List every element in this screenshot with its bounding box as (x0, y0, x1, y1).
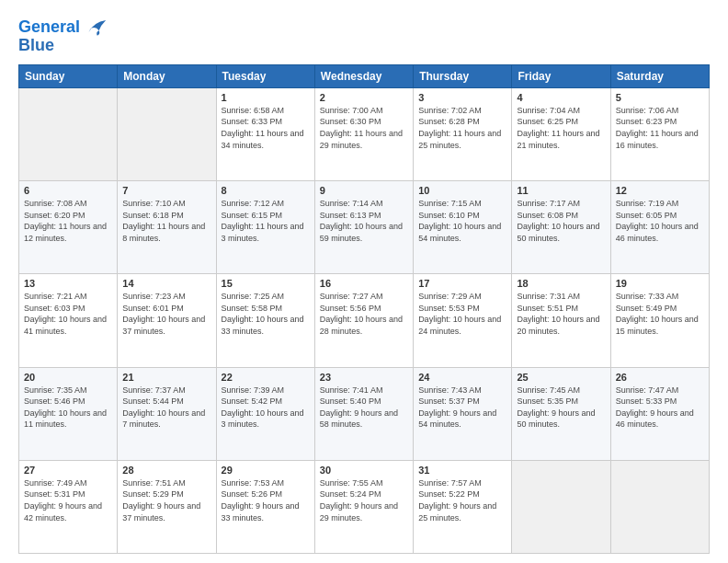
day-number: 22 (222, 372, 310, 383)
day-number: 14 (122, 278, 210, 289)
calendar-cell: 15Sunrise: 7:25 AM Sunset: 5:58 PM Dayli… (216, 274, 314, 367)
calendar-cell: 12Sunrise: 7:19 AM Sunset: 6:05 PM Dayli… (610, 181, 709, 274)
day-number: 3 (418, 92, 506, 103)
calendar-cell: 5Sunrise: 7:06 AM Sunset: 6:23 PM Daylig… (610, 87, 709, 180)
week-row-3: 13Sunrise: 7:21 AM Sunset: 6:03 PM Dayli… (19, 274, 710, 367)
day-number: 16 (320, 278, 408, 289)
calendar-cell: 8Sunrise: 7:12 AM Sunset: 6:15 PM Daylig… (216, 181, 314, 274)
calendar-cell: 25Sunrise: 7:45 AM Sunset: 5:35 PM Dayli… (512, 367, 610, 460)
logo: General Blue (18, 15, 108, 55)
day-info: Sunrise: 7:27 AM Sunset: 5:56 PM Dayligh… (320, 291, 408, 337)
calendar-cell (118, 87, 216, 180)
day-info: Sunrise: 7:49 AM Sunset: 5:31 PM Dayligh… (24, 477, 112, 523)
calendar-cell (610, 460, 709, 553)
calendar-cell: 17Sunrise: 7:29 AM Sunset: 5:53 PM Dayli… (414, 274, 512, 367)
day-info: Sunrise: 7:51 AM Sunset: 5:29 PM Dayligh… (122, 477, 210, 523)
weekday-header-thursday: Thursday (414, 64, 512, 87)
day-info: Sunrise: 7:08 AM Sunset: 6:20 PM Dayligh… (24, 198, 112, 244)
day-info: Sunrise: 7:29 AM Sunset: 5:53 PM Dayligh… (418, 291, 506, 337)
day-info: Sunrise: 6:58 AM Sunset: 6:33 PM Dayligh… (222, 105, 310, 151)
calendar-cell: 9Sunrise: 7:14 AM Sunset: 6:13 PM Daylig… (314, 181, 413, 274)
day-number: 7 (122, 185, 210, 196)
logo-bird-icon (82, 15, 108, 40)
day-number: 5 (616, 92, 704, 103)
day-info: Sunrise: 7:23 AM Sunset: 6:01 PM Dayligh… (122, 291, 210, 337)
weekday-header-friday: Friday (512, 64, 610, 87)
day-number: 2 (320, 92, 408, 103)
day-number: 18 (517, 278, 605, 289)
day-info: Sunrise: 7:21 AM Sunset: 6:03 PM Dayligh… (24, 291, 112, 337)
day-info: Sunrise: 7:43 AM Sunset: 5:37 PM Dayligh… (418, 385, 506, 431)
day-number: 1 (222, 92, 310, 103)
week-row-2: 6Sunrise: 7:08 AM Sunset: 6:20 PM Daylig… (19, 181, 710, 274)
day-info: Sunrise: 7:14 AM Sunset: 6:13 PM Dayligh… (320, 198, 408, 244)
day-number: 11 (517, 185, 605, 196)
day-number: 28 (122, 465, 210, 476)
day-number: 21 (122, 372, 210, 383)
day-info: Sunrise: 7:25 AM Sunset: 5:58 PM Dayligh… (222, 291, 310, 337)
day-info: Sunrise: 7:06 AM Sunset: 6:23 PM Dayligh… (616, 105, 704, 151)
logo-text: General (18, 18, 80, 37)
calendar-cell: 22Sunrise: 7:39 AM Sunset: 5:42 PM Dayli… (216, 367, 314, 460)
day-info: Sunrise: 7:31 AM Sunset: 5:51 PM Dayligh… (517, 291, 605, 337)
day-info: Sunrise: 7:39 AM Sunset: 5:42 PM Dayligh… (222, 385, 310, 431)
day-number: 31 (418, 465, 506, 476)
day-info: Sunrise: 7:47 AM Sunset: 5:33 PM Dayligh… (616, 385, 704, 431)
weekday-header-tuesday: Tuesday (216, 64, 314, 87)
calendar-cell: 18Sunrise: 7:31 AM Sunset: 5:51 PM Dayli… (512, 274, 610, 367)
calendar-cell: 21Sunrise: 7:37 AM Sunset: 5:44 PM Dayli… (118, 367, 216, 460)
calendar-cell: 19Sunrise: 7:33 AM Sunset: 5:49 PM Dayli… (610, 274, 709, 367)
day-info: Sunrise: 7:17 AM Sunset: 6:08 PM Dayligh… (517, 198, 605, 244)
day-number: 23 (320, 372, 408, 383)
calendar-cell: 24Sunrise: 7:43 AM Sunset: 5:37 PM Dayli… (414, 367, 512, 460)
calendar-cell: 3Sunrise: 7:02 AM Sunset: 6:28 PM Daylig… (414, 87, 512, 180)
calendar-cell: 30Sunrise: 7:55 AM Sunset: 5:24 PM Dayli… (314, 460, 413, 553)
day-number: 24 (418, 372, 506, 383)
day-number: 6 (24, 185, 112, 196)
week-row-5: 27Sunrise: 7:49 AM Sunset: 5:31 PM Dayli… (19, 460, 710, 553)
logo-blue: Blue (18, 36, 54, 54)
day-info: Sunrise: 7:55 AM Sunset: 5:24 PM Dayligh… (320, 477, 408, 523)
day-info: Sunrise: 7:10 AM Sunset: 6:18 PM Dayligh… (122, 198, 210, 244)
logo-general: General (18, 17, 80, 36)
header: General Blue (18, 15, 710, 55)
calendar-cell: 11Sunrise: 7:17 AM Sunset: 6:08 PM Dayli… (512, 181, 610, 274)
day-info: Sunrise: 7:41 AM Sunset: 5:40 PM Dayligh… (320, 385, 408, 431)
day-number: 25 (517, 372, 605, 383)
calendar-table: SundayMondayTuesdayWednesdayThursdayFrid… (18, 64, 710, 554)
day-info: Sunrise: 7:37 AM Sunset: 5:44 PM Dayligh… (122, 385, 210, 431)
weekday-header-row: SundayMondayTuesdayWednesdayThursdayFrid… (19, 64, 710, 87)
day-number: 8 (222, 185, 310, 196)
calendar-cell: 4Sunrise: 7:04 AM Sunset: 6:25 PM Daylig… (512, 87, 610, 180)
calendar-cell: 27Sunrise: 7:49 AM Sunset: 5:31 PM Dayli… (19, 460, 118, 553)
calendar-cell: 16Sunrise: 7:27 AM Sunset: 5:56 PM Dayli… (314, 274, 413, 367)
day-number: 20 (24, 372, 112, 383)
day-number: 30 (320, 465, 408, 476)
weekday-header-saturday: Saturday (610, 64, 709, 87)
calendar-cell: 31Sunrise: 7:57 AM Sunset: 5:22 PM Dayli… (414, 460, 512, 553)
calendar-cell: 6Sunrise: 7:08 AM Sunset: 6:20 PM Daylig… (19, 181, 118, 274)
calendar-cell: 10Sunrise: 7:15 AM Sunset: 6:10 PM Dayli… (414, 181, 512, 274)
day-info: Sunrise: 7:02 AM Sunset: 6:28 PM Dayligh… (418, 105, 506, 151)
day-number: 29 (222, 465, 310, 476)
weekday-header-wednesday: Wednesday (314, 64, 413, 87)
calendar-cell: 28Sunrise: 7:51 AM Sunset: 5:29 PM Dayli… (118, 460, 216, 553)
day-info: Sunrise: 7:53 AM Sunset: 5:26 PM Dayligh… (222, 477, 310, 523)
day-number: 10 (418, 185, 506, 196)
day-info: Sunrise: 7:35 AM Sunset: 5:46 PM Dayligh… (24, 385, 112, 431)
day-number: 4 (517, 92, 605, 103)
calendar-cell: 1Sunrise: 6:58 AM Sunset: 6:33 PM Daylig… (216, 87, 314, 180)
day-number: 15 (222, 278, 310, 289)
day-number: 17 (418, 278, 506, 289)
week-row-4: 20Sunrise: 7:35 AM Sunset: 5:46 PM Dayli… (19, 367, 710, 460)
calendar-cell: 23Sunrise: 7:41 AM Sunset: 5:40 PM Dayli… (314, 367, 413, 460)
day-info: Sunrise: 7:04 AM Sunset: 6:25 PM Dayligh… (517, 105, 605, 151)
calendar-cell (19, 87, 118, 180)
calendar-cell: 13Sunrise: 7:21 AM Sunset: 6:03 PM Dayli… (19, 274, 118, 367)
day-info: Sunrise: 7:57 AM Sunset: 5:22 PM Dayligh… (418, 477, 506, 523)
day-number: 12 (616, 185, 704, 196)
calendar-cell: 29Sunrise: 7:53 AM Sunset: 5:26 PM Dayli… (216, 460, 314, 553)
day-number: 27 (24, 465, 112, 476)
calendar-cell: 14Sunrise: 7:23 AM Sunset: 6:01 PM Dayli… (118, 274, 216, 367)
calendar-cell: 2Sunrise: 7:00 AM Sunset: 6:30 PM Daylig… (314, 87, 413, 180)
